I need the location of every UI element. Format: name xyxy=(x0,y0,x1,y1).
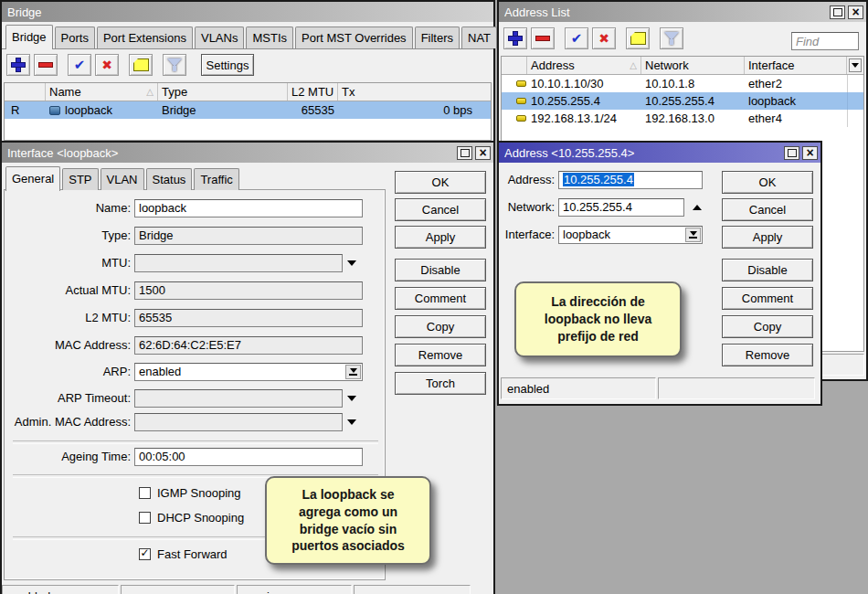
comment-button[interactable] xyxy=(129,54,153,76)
address-item-icon xyxy=(516,115,526,122)
remove-button[interactable]: Remove xyxy=(722,344,813,366)
disable-button[interactable]: Disable xyxy=(722,259,813,281)
enable-button[interactable]: ✔ xyxy=(68,54,91,76)
enable-button[interactable]: ✔ xyxy=(565,27,588,49)
row-network: 192.168.13.0 xyxy=(641,110,745,127)
apply-button[interactable]: Apply xyxy=(395,226,486,249)
tab-status[interactable]: Status xyxy=(146,168,193,190)
column-address[interactable]: Address△ xyxy=(527,57,641,74)
bridge-note: La loopback se agrega como un bridge vac… xyxy=(265,476,431,565)
tab-stp[interactable]: STP xyxy=(62,168,98,190)
bridge-window-titlebar[interactable]: Bridge xyxy=(2,2,493,22)
status-segment xyxy=(354,585,471,594)
bridge-toolbar: ✔ ✖ Settings xyxy=(2,51,493,79)
column-type[interactable]: Type xyxy=(158,83,288,101)
tab-port-mst-overrides[interactable]: Port MST Overrides xyxy=(295,27,413,48)
column-dropdown-button[interactable] xyxy=(849,58,862,72)
find-input[interactable] xyxy=(791,32,859,50)
comment-button[interactable]: Comment xyxy=(722,287,813,310)
row-flags xyxy=(502,92,527,110)
disable-icon: ✖ xyxy=(101,58,112,71)
close-button[interactable]: × xyxy=(475,146,491,160)
chevron-down-icon xyxy=(690,231,697,236)
tab-traffic[interactable]: Traffic xyxy=(194,168,238,190)
column-flags[interactable] xyxy=(502,57,527,74)
sort-asc-icon: △ xyxy=(146,87,153,97)
add-button[interactable] xyxy=(6,54,30,76)
address-table-header: Address△ Network Interface xyxy=(502,57,863,75)
remove-button[interactable] xyxy=(531,27,555,49)
table-row[interactable]: 10.10.1.10/30 10.10.1.8 ether2 xyxy=(502,75,863,92)
remove-icon xyxy=(536,37,549,40)
copy-button[interactable]: Copy xyxy=(722,315,813,338)
comment-button[interactable]: Comment xyxy=(395,287,486,310)
maximize-button[interactable] xyxy=(784,146,799,160)
tab-ports[interactable]: Ports xyxy=(55,27,95,48)
apply-button[interactable]: Apply xyxy=(722,226,813,249)
torch-button[interactable]: Torch xyxy=(395,372,486,395)
tab-vlan[interactable]: VLAN xyxy=(101,168,144,190)
row-address: 10.10.1.10/30 xyxy=(527,75,641,92)
interface-tab-bar: General STP VLAN Status Traffic xyxy=(2,163,493,190)
filter-button[interactable] xyxy=(163,54,186,76)
row-end xyxy=(847,110,863,127)
combo-dropdown-button[interactable] xyxy=(685,228,701,242)
column-menu xyxy=(847,57,863,74)
network-field[interactable]: 10.255.255.4 xyxy=(558,198,684,217)
disable-icon: ✖ xyxy=(598,32,609,45)
add-button[interactable] xyxy=(503,27,527,49)
row-address: 192.168.13.1/24 xyxy=(527,110,641,127)
selected-text: 10.255.255.4 xyxy=(563,173,634,186)
sort-asc-icon: △ xyxy=(630,60,637,70)
column-l2mtu[interactable]: L2 MTU xyxy=(288,83,338,101)
column-network[interactable]: Network xyxy=(641,57,745,74)
row-name: loopback xyxy=(46,101,158,119)
filter-button[interactable] xyxy=(660,27,683,49)
copy-button[interactable]: Copy xyxy=(395,315,486,338)
table-row[interactable]: 10.255.255.4 10.255.255.4 loopback xyxy=(502,92,863,110)
disable-button[interactable]: ✖ xyxy=(95,54,119,76)
tab-vlans[interactable]: VLANs xyxy=(195,27,244,48)
close-button[interactable]: × xyxy=(802,146,818,160)
maximize-button[interactable] xyxy=(830,5,845,19)
column-label: L2 MTU xyxy=(291,85,333,99)
ok-button[interactable]: OK xyxy=(722,171,813,194)
interface-label: Interface: xyxy=(499,226,555,244)
tab-filters[interactable]: Filters xyxy=(415,27,460,48)
tab-port-extensions[interactable]: Port Extensions xyxy=(97,27,193,48)
disable-button[interactable]: ✖ xyxy=(592,27,616,49)
remove-button[interactable]: Remove xyxy=(395,344,486,366)
maximize-button[interactable] xyxy=(457,146,472,160)
address-note: La dirección de loopback no lleva prefij… xyxy=(514,281,682,357)
comment-icon xyxy=(133,58,149,71)
address-dialog-titlebar[interactable]: Address <10.255.255.4> × xyxy=(499,143,820,163)
close-button[interactable]: × xyxy=(848,5,863,19)
remove-button[interactable] xyxy=(34,54,58,76)
cancel-button[interactable]: Cancel xyxy=(395,198,486,221)
column-flags[interactable] xyxy=(5,83,46,101)
enable-icon: ✔ xyxy=(74,58,86,72)
row-network: 10.10.1.8 xyxy=(641,75,745,92)
column-tx[interactable]: Tx xyxy=(338,83,491,101)
settings-button[interactable]: Settings xyxy=(201,54,254,76)
row-flags xyxy=(502,110,527,127)
column-interface[interactable]: Interface xyxy=(745,57,847,74)
table-row[interactable]: 192.168.13.1/24 192.168.13.0 ether4 xyxy=(502,110,863,127)
tab-mstis[interactable]: MSTIs xyxy=(246,27,293,48)
interface-dialog-titlebar[interactable]: Interface <loopback> × xyxy=(2,143,493,163)
tab-general[interactable]: General xyxy=(5,166,60,191)
address-field[interactable]: 10.255.255.4 xyxy=(558,171,703,189)
add-icon xyxy=(509,32,522,45)
tab-nat[interactable]: NAT xyxy=(461,27,497,48)
bridge-interface-icon xyxy=(49,106,60,115)
interface-field[interactable]: loopback xyxy=(558,226,703,244)
address-list-titlebar[interactable]: Address List × xyxy=(499,2,866,22)
comment-button[interactable] xyxy=(626,27,650,49)
column-name[interactable]: Name△ xyxy=(46,83,158,101)
disable-button[interactable]: Disable xyxy=(395,259,486,281)
up-arrow-icon[interactable] xyxy=(693,205,702,210)
row-interface: ether4 xyxy=(745,110,847,127)
table-row[interactable]: R loopback Bridge 65535 0 bps xyxy=(5,101,491,119)
tab-bridge[interactable]: Bridge xyxy=(5,25,53,49)
cancel-button[interactable]: Cancel xyxy=(722,198,813,221)
